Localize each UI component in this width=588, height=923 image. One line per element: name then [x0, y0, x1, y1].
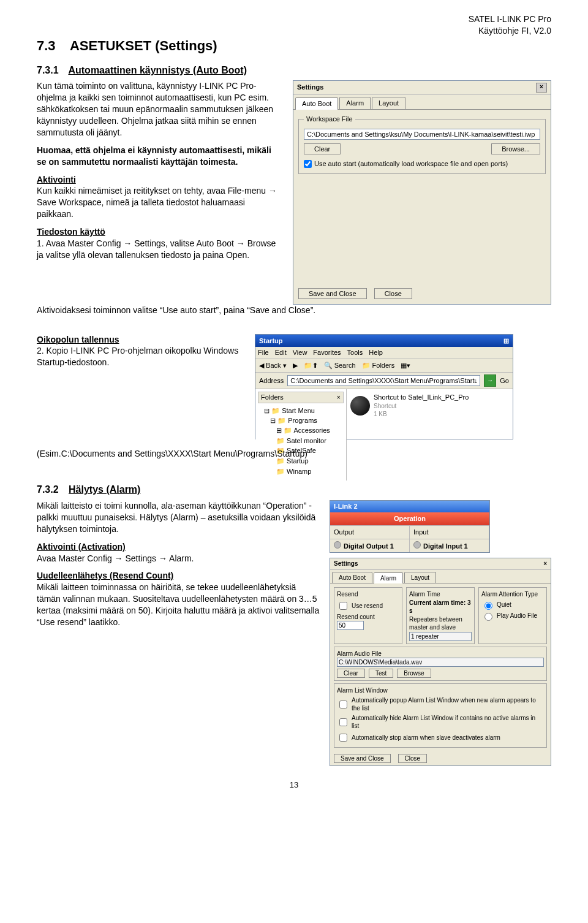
doc-title: SATEL I-LINK PC Pro [469, 13, 551, 25]
resend-heading: Uudelleenlähetys (Resend Count) [37, 571, 173, 580]
oikopolku-text: 2. Kopio I-LINK PC Pro-ohjelman oikopolk… [37, 346, 238, 367]
activation-heading: Aktivointi (Activation) [37, 542, 126, 552]
page-number: 13 [37, 780, 551, 791]
resend-text: Mikäli laitteen toiminnassa on häiriöitä… [37, 582, 319, 627]
menu-view[interactable]: View [293, 348, 307, 357]
activation-text: Avaa Master Config → Settings → Alarm. [37, 553, 194, 563]
menu-favorites[interactable]: Favorites [313, 348, 341, 357]
ilink-window: I-Link 2 Operation Output Input Digital … [330, 500, 490, 553]
paragraph-bold: Huomaa, että ohjelma ei käynnisty automa… [37, 145, 283, 168]
forward-button[interactable]: ▶ [293, 361, 298, 370]
repeaters-select[interactable] [409, 632, 472, 641]
subsection-title: Automaattinen käynnistys (Auto Boot) [68, 65, 247, 75]
ilink-title: I-Link 2 [330, 501, 489, 512]
menu-edit[interactable]: Edit [275, 348, 287, 357]
explorer-content: Shortcut to Satel_ILink_PC_Pro Shortcut … [347, 389, 513, 480]
tiedoston-text: 1. Avaa Master Config → Settings, valits… [37, 238, 276, 260]
menu-tools[interactable]: Tools [347, 348, 363, 357]
audio-path-input[interactable] [337, 658, 544, 667]
tab-alarm[interactable]: Alarm [374, 572, 403, 584]
auto-hide-checkbox[interactable] [339, 718, 347, 726]
shortcut-type: Shortcut [374, 402, 469, 411]
folders-button[interactable]: 📁 Folders [362, 361, 395, 370]
tree-item[interactable]: 📁 Satel monitor [276, 436, 344, 446]
shortcut-item[interactable]: Shortcut to Satel_ILink_PC_Pro Shortcut … [350, 393, 509, 419]
back-button[interactable]: ◀ Back ▾ [259, 361, 287, 370]
alarm-list-group: Alarm List Window Automatically popup Al… [334, 683, 547, 748]
save-and-close-button[interactable]: Save and Close [298, 288, 367, 299]
clear-button[interactable]: Clear [304, 143, 341, 154]
tree-item[interactable]: 📁 Winamp [276, 466, 344, 477]
menu-help[interactable]: Help [369, 348, 383, 357]
auto-popup-checkbox[interactable] [339, 701, 347, 708]
aktivointi-heading: Aktivointi [37, 175, 76, 184]
go-label: Go [500, 376, 509, 386]
play-audio-radio[interactable] [484, 613, 492, 621]
subsection-7-3-2: 7.3.2 Hälytys (Alarm) [37, 483, 551, 496]
alarm-settings-dialog: Settings × Auto Boot Alarm Layout Resend… [330, 558, 551, 766]
address-input[interactable] [287, 375, 480, 386]
close-icon[interactable]: × [543, 560, 547, 568]
subsection-7-3-1: 7.3.1 Automaattinen käynnistys (Auto Boo… [37, 64, 551, 77]
tab-autoboot[interactable]: Auto Boot [295, 97, 338, 110]
shortcut-name: Shortcut to Satel_ILink_PC_Pro [374, 393, 469, 402]
tiedoston-block: Tiedoston käyttö 1. Avaa Master Config →… [37, 226, 283, 261]
folder-tree: Folders× ⊟ 📁 Start Menu ⊟ 📁 Programs ⊞ 📁… [255, 389, 347, 480]
paragraph: Kun tämä toiminto on valittuna, käynnist… [37, 80, 283, 138]
audio-group: Alarm Audio File Clear Test Browse [334, 647, 547, 682]
attention-group: Alarm Attention Type Quiet Play Audio Fi… [478, 587, 547, 644]
section-heading: 7.3 ASETUKSET (Settings) [37, 37, 551, 55]
address-label: Address [259, 376, 284, 386]
explorer-window: Startup ⊞ File Edit View Favorites Tools… [255, 334, 513, 439]
operation-bar: Operation [330, 512, 489, 525]
led-icon [413, 541, 421, 549]
section-title: ASETUKSET (Settings) [70, 38, 217, 53]
alarm-close-button[interactable]: Close [398, 754, 428, 763]
audio-clear-button[interactable]: Clear [337, 669, 365, 678]
audio-test-button[interactable]: Test [369, 669, 393, 678]
section-number: 7.3 [37, 38, 56, 53]
search-button[interactable]: 🔍 Search [324, 361, 356, 370]
doc-version: Käyttöohje FI, V2.0 [469, 25, 551, 37]
tree-item[interactable]: ⊞ 📁 Accessories [276, 425, 344, 436]
alarm-save-close-button[interactable]: Save and Close [334, 754, 391, 763]
subsection-title: Hälytys (Alarm) [69, 484, 140, 495]
subsection-number: 7.3.2 [37, 484, 59, 495]
workspace-group: Workspace File Clear Browse... Use auto … [298, 115, 546, 174]
views-icon[interactable]: ▦▾ [401, 361, 410, 370]
alarm-dialog-title: Settings [334, 560, 358, 568]
tree-close-icon[interactable]: × [337, 393, 341, 402]
resend-count-input[interactable] [337, 621, 364, 630]
oikopolku-block: Oikopolun tallennus 2. Kopio I-LINK PC P… [37, 334, 245, 369]
go-button[interactable]: → [484, 374, 496, 387]
tree-item[interactable]: ⊟ 📁 Start Menu ⊟ 📁 Programs ⊞ 📁 Accessor… [264, 406, 344, 478]
resend-group: Resend Use resend Resend count [334, 587, 402, 644]
close-icon[interactable]: × [536, 83, 547, 93]
auto-stop-checkbox[interactable] [339, 734, 347, 742]
oikopolku-heading: Oikopolun tallennus [37, 335, 119, 344]
dialog-title: Settings [297, 83, 323, 93]
close-button[interactable]: Close [374, 288, 412, 299]
tab-strip: Auto Boot Alarm Layout [293, 95, 551, 110]
explorer-title: Startup [259, 336, 283, 346]
tab-layout[interactable]: Layout [404, 572, 436, 583]
use-autostart-checkbox[interactable] [304, 160, 312, 168]
audio-browse-button[interactable]: Browse [397, 669, 431, 678]
tab-autoboot[interactable]: Auto Boot [332, 572, 372, 583]
menu-file[interactable]: File [258, 348, 269, 357]
workspace-path-input[interactable] [304, 129, 540, 140]
quiet-radio[interactable] [484, 602, 492, 610]
tree-item[interactable]: ⊟ 📁 Programs ⊞ 📁 Accessories 📁 Satel mon… [270, 416, 344, 477]
tab-layout[interactable]: Layout [372, 97, 405, 109]
use-resend-checkbox[interactable] [339, 602, 347, 610]
subsection-number: 7.3.1 [37, 65, 59, 75]
activation-block: Aktivointi (Activation) Avaa Master Conf… [37, 541, 320, 564]
use-autostart-label: Use auto start (automatically load works… [314, 159, 508, 169]
browse-button[interactable]: Browse... [491, 143, 540, 154]
alarm-intro: Mikäli laitteisto ei toimi kunnolla, ala… [37, 500, 320, 535]
up-icon[interactable]: 📁⬆ [304, 361, 318, 370]
tab-alarm[interactable]: Alarm [339, 97, 371, 109]
aktivointi-block: Aktivointi Kun kaikki nimeämiset ja reit… [37, 174, 283, 221]
explorer-menu: File Edit View Favorites Tools Help [255, 347, 513, 359]
tiedoston-heading: Tiedoston käyttö [37, 227, 105, 237]
